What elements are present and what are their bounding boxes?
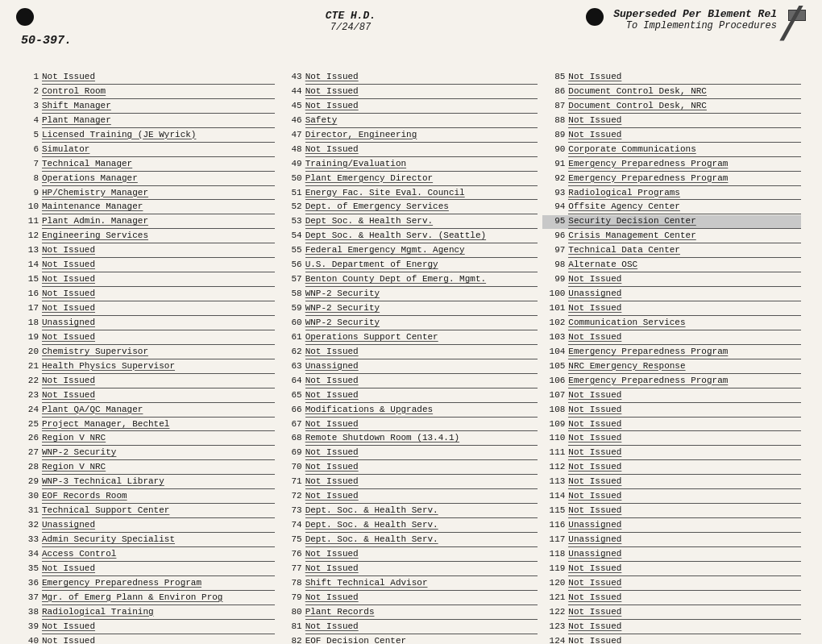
entry-number: 28	[16, 461, 39, 474]
entry-number: 14	[16, 259, 39, 272]
list-item: 52Dept. of Emergency Services	[280, 201, 538, 214]
entry-number: 86	[542, 85, 565, 98]
entry-text: Emergency Preparedness Program	[568, 346, 801, 359]
list-item: 67Not Issued	[280, 418, 538, 432]
entry-number: 115	[542, 505, 565, 517]
entry-number: 98	[542, 259, 565, 272]
entry-number: 116	[542, 519, 565, 532]
entry-text: Chemistry Supervisor	[42, 346, 275, 359]
entry-number: 10	[16, 201, 39, 214]
entry-number: 4	[16, 114, 39, 127]
list-item: 30EOF Records Room	[16, 490, 275, 504]
entry-number: 94	[542, 201, 565, 214]
entry-text: Not Issued	[568, 404, 801, 418]
entry-number: 55	[280, 244, 302, 257]
list-item: 103Not Issued	[542, 331, 801, 345]
list-item: 2Control Room	[16, 85, 275, 99]
entry-text: Not Issued	[42, 288, 275, 301]
entry-text: Not Issued	[568, 577, 801, 591]
list-item: 59WNP-2 Security	[280, 302, 538, 316]
entry-text: Energy Fac. Site Eval. Council	[305, 187, 538, 201]
entry-text: Not Issued	[568, 476, 801, 489]
list-item: 80Plant Records	[280, 606, 538, 620]
list-item: 108Not Issued	[542, 404, 801, 418]
list-item: 117Unassigned	[542, 534, 801, 547]
entry-text: Not Issued	[568, 606, 801, 620]
list-item: 72Not Issued	[280, 490, 538, 504]
entry-text: Radiological Training	[42, 606, 275, 620]
list-item: 1Not Issued	[16, 71, 275, 85]
entry-number: 47	[280, 129, 302, 142]
column-3: 85Not Issued86Document Control Desk, NRC…	[542, 71, 806, 644]
list-item: 120Not Issued	[542, 577, 801, 591]
entry-text: Not Issued	[305, 621, 538, 634]
list-item: 46Safety	[280, 114, 538, 128]
entry-text: Not Issued	[305, 447, 538, 460]
entry-text: Unassigned	[568, 548, 801, 562]
entry-number: 99	[542, 273, 565, 286]
main-content: 1Not Issued2Control Room3Shift Manager4P…	[16, 71, 806, 644]
entry-number: 17	[16, 302, 39, 315]
entry-number: 85	[542, 71, 565, 84]
list-item: 102Communication Services	[542, 317, 801, 330]
entry-number: 121	[542, 592, 565, 605]
entry-number: 46	[280, 114, 302, 127]
entry-number: 57	[280, 273, 302, 286]
entry-number: 87	[542, 100, 565, 113]
entry-number: 74	[280, 519, 302, 532]
list-item: 104Emergency Preparedness Program	[542, 346, 801, 359]
entry-text: Not Issued	[568, 302, 801, 316]
entry-text: Health Physics Supervisor	[42, 360, 275, 374]
entry-text: Document Control Desk, NRC	[568, 100, 801, 114]
entry-number: 73	[280, 505, 302, 517]
entry-number: 113	[542, 476, 565, 488]
entry-text: Dept Soc. & Health Serv.	[305, 215, 538, 229]
entry-text: Not Issued	[305, 143, 538, 157]
list-item: 36Emergency Preparedness Program	[16, 577, 275, 591]
entry-text: Dept. of Emergency Services	[305, 201, 538, 214]
list-item: 75Dept. Soc. & Health Serv.	[280, 534, 538, 547]
entry-text: Dept. Soc. & Health Serv.	[305, 519, 538, 533]
entry-number: 119	[542, 563, 565, 575]
entry-number: 124	[542, 635, 565, 644]
list-item: 7Technical Manager	[16, 158, 275, 172]
list-item: 92Emergency Preparedness Program	[542, 172, 801, 186]
entry-number: 89	[542, 129, 565, 142]
entry-text: Dept. Soc. & Health Serv.	[305, 505, 538, 518]
entry-text: Unassigned	[42, 519, 275, 533]
entry-text: Benton County Dept of Emerg. Mgmt.	[305, 273, 538, 287]
list-item: 68Remote Shutdown Room (13.4.1)	[280, 432, 538, 446]
list-item: 123Not Issued	[542, 621, 801, 634]
list-item: 24Plant QA/QC Manager	[16, 404, 275, 418]
entry-text: Shift Technical Advisor	[305, 577, 538, 591]
list-item: 44Not Issued	[280, 85, 538, 99]
entry-number: 5	[16, 129, 39, 142]
list-item: 90Corporate Communications	[542, 143, 801, 157]
entry-text: WNP-2 Security	[305, 302, 538, 316]
entry-text: Not Issued	[305, 418, 538, 432]
list-item: 85Not Issued	[542, 71, 801, 85]
list-item: 61Operations Support Center	[280, 331, 538, 345]
entry-text: Radiological Programs	[568, 187, 801, 201]
entry-number: 88	[542, 114, 565, 127]
list-item: 17Not Issued	[16, 302, 275, 316]
list-item: 56U.S. Department of Energy	[280, 259, 538, 272]
entry-number: 26	[16, 432, 39, 445]
column-2: 43Not Issued44Not Issued45Not Issued46Sa…	[280, 71, 543, 644]
entry-text: Shift Manager	[42, 100, 275, 114]
entry-text: Not Issued	[568, 273, 801, 287]
entry-text: Not Issued	[568, 505, 801, 518]
entry-text: Operations Manager	[42, 172, 275, 186]
list-item: 40Not Issued	[16, 635, 275, 644]
entry-text: Not Issued	[42, 244, 275, 258]
entry-text: Not Issued	[305, 375, 538, 388]
entry-text: Dept. Soc. & Health Serv.	[305, 534, 538, 547]
list-item: 96Crisis Management Center	[542, 230, 801, 243]
entry-text: Not Issued	[568, 447, 801, 460]
list-item: 65Not Issued	[280, 389, 538, 403]
entry-text: Engineering Services	[42, 230, 275, 243]
entry-text: Not Issued	[305, 490, 538, 504]
entry-number: 110	[542, 432, 565, 445]
list-item: 57Benton County Dept of Emerg. Mgmt.	[280, 273, 538, 287]
entry-number: 120	[542, 577, 565, 590]
